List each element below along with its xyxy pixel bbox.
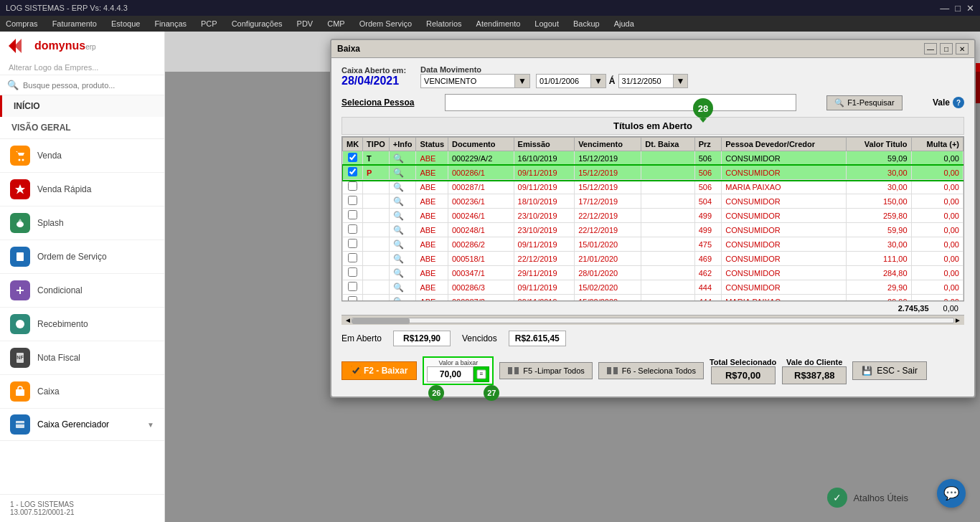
menu-compras[interactable]: Compras <box>3 18 41 29</box>
ordem-servico-icon <box>10 247 30 267</box>
sidebar-item-recebimento[interactable]: $ Recebimento <box>0 308 164 341</box>
menu-relatorios[interactable]: Relatorios <box>423 18 465 29</box>
f2-baixar-button[interactable]: F2 - Baixar <box>341 361 417 380</box>
close-btn[interactable]: ✕ <box>966 3 974 14</box>
menu-logout[interactable]: Logout <box>532 18 562 29</box>
f6-seleciona-button[interactable]: F6 - Seleciona Todos <box>598 362 704 379</box>
seleciona-pessoa-label: Seleciona Pessoa <box>341 98 414 108</box>
maximize-btn[interactable]: □ <box>955 3 961 14</box>
valor-baixar-input[interactable] <box>427 366 473 382</box>
sidebar-item-venda[interactable]: Venda <box>0 139 164 173</box>
em-aberto-vencidos-row: Em Aberto R$129,90 Vencidos R$2.615,45 <box>341 325 964 352</box>
modal-close-btn[interactable]: ✕ <box>956 43 969 54</box>
chat-bubble-button[interactable]: 💬 <box>937 479 966 508</box>
horizontal-scrollbar[interactable]: ◄ ► <box>341 315 964 325</box>
table-row[interactable]: 🔍 ABE 000518/1 22/12/2019 21/01/2020 469… <box>343 252 963 266</box>
menu-faturamento[interactable]: Faturamento <box>50 18 100 29</box>
esc-sair-button[interactable]: 💾 ESC - Sair <box>852 361 927 380</box>
col-status: Status <box>416 138 448 151</box>
seleciona-pessoa-input[interactable] <box>445 94 796 111</box>
movimento-type-input[interactable] <box>421 75 514 87</box>
menu-ajuda[interactable]: Ajuda <box>611 18 637 29</box>
date-from-input[interactable]: ▼ <box>536 74 606 88</box>
col-emissao: Emissão <box>514 138 575 151</box>
col-multa: Multa (+) <box>911 138 963 151</box>
sidebar-item-visao-geral[interactable]: VISÃO GERAL <box>0 117 164 139</box>
calculator-icon: ≡ <box>476 369 486 379</box>
table-row[interactable]: 🔍 ABE 000248/1 23/10/2019 22/12/2019 499… <box>343 223 963 237</box>
sidebar-item-inicio[interactable]: INÍCIO <box>0 95 164 117</box>
table-row[interactable]: 🔍 ABE 000246/1 23/10/2019 22/12/2019 499… <box>343 209 963 223</box>
menu-cmp[interactable]: CMP <box>324 18 347 29</box>
table-row[interactable]: P 🔍 ABE 000286/1 09/11/2019 15/12/2019 5… <box>343 166 963 180</box>
scroll-track[interactable] <box>352 318 954 323</box>
menu-ordem-servico[interactable]: Ordem Serviço <box>357 18 415 29</box>
f5-limpar-button[interactable]: F5 -Limpar Todos <box>499 362 592 379</box>
f1-pesquisar-button[interactable]: 🔍 F1-Pesquisar <box>826 95 902 110</box>
table-row[interactable]: T 🔍 ABE 000229/A/2 16/10/2019 15/12/2019… <box>343 151 963 166</box>
valor-baixar-icon[interactable]: ≡ <box>473 366 489 382</box>
vale-cliente-group: Vale do Cliente R$387,88 <box>782 358 847 384</box>
menu-atendimento[interactable]: Atendimento <box>473 18 524 29</box>
venda-icon <box>10 146 30 166</box>
condicional-icon <box>10 280 30 300</box>
table-row[interactable]: 🔍 ABE 000286/2 09/11/2019 15/01/2020 475… <box>343 237 963 252</box>
row-info[interactable]: 🔍 <box>389 166 416 180</box>
window-controls: — □ ✕ <box>940 3 974 14</box>
vale-cliente-value: R$387,88 <box>782 366 847 384</box>
content-area: Nova Tela Inicial! Voltar para Antiga...… <box>165 32 980 522</box>
menu-backup[interactable]: Backup <box>570 18 603 29</box>
row-mk[interactable] <box>343 151 363 166</box>
date-to-input[interactable]: ▼ <box>618 74 689 88</box>
logo-area: domynuserp <box>0 32 164 60</box>
table-row[interactable]: 🔍 ABE 000286/3 09/11/2019 15/02/2020 444… <box>343 280 963 295</box>
modal-maximize-btn[interactable]: □ <box>940 43 953 54</box>
row-doc: 000229/A/2 <box>448 151 514 166</box>
table-row[interactable]: 🔍 ABE 000347/1 29/11/2019 28/01/2020 462… <box>343 266 963 280</box>
sidebar-item-venda-rapida[interactable]: Venda Rápida <box>0 173 164 207</box>
modal-minimize-btn[interactable]: — <box>924 43 937 54</box>
f6-icon <box>606 366 618 375</box>
menu-pdv[interactable]: PDV <box>294 18 316 29</box>
scroll-thumb[interactable] <box>352 318 410 324</box>
caixa-info-row: Caixa Aberto em: 28/04/2021 Data Movimen… <box>341 65 964 88</box>
row-pessoa: CONSUMIDOR <box>722 166 847 180</box>
menu-estoque[interactable]: Estoque <box>108 18 143 29</box>
app-title: LOG SISTEMAS - ERP Vs: 4.4.4.3 <box>6 4 128 12</box>
menu-pcp[interactable]: PCP <box>198 18 220 29</box>
valor-baixar-label: Valor a baixar <box>438 359 478 366</box>
table-row[interactable]: 🔍 ABE 000287/1 09/11/2019 15/12/2019 506… <box>343 180 963 194</box>
menu-configuracoes[interactable]: Configurações <box>229 18 286 29</box>
badge-28-container: 28 <box>693 98 713 118</box>
menu-bar: Compras Faturamento Estoque Finanças PCP… <box>0 16 980 32</box>
sidebar-item-caixa-gerenciador[interactable]: Caixa Gerenciador ▼ <box>0 409 164 441</box>
sidebar-item-splash[interactable]: Splash <box>0 207 164 240</box>
table-row[interactable]: 🔍 ABE 000287/3 09/11/2019 15/02/2020 444… <box>343 295 963 302</box>
scroll-left-arrow[interactable]: ◄ <box>344 316 352 324</box>
search-bar: 🔍 <box>0 75 164 95</box>
sidebar-item-ordem-servico[interactable]: Ordem de Serviço <box>0 240 164 274</box>
sidebar-item-caixa[interactable]: Caixa <box>0 375 164 409</box>
vale-help-icon[interactable]: ? <box>953 97 964 108</box>
scroll-right-arrow[interactable]: ► <box>954 316 961 324</box>
row-mk[interactable] <box>343 166 363 180</box>
search-input[interactable] <box>23 81 157 90</box>
menu-financas[interactable]: Finanças <box>151 18 189 29</box>
row-vencimento: 15/12/2019 <box>575 166 641 180</box>
search-icon: 🔍 <box>7 80 19 90</box>
em-aberto-label: Em Aberto <box>341 333 382 343</box>
row-valor: 30,00 <box>847 166 912 180</box>
f2-checkbox[interactable] <box>351 366 361 376</box>
table-row[interactable]: 🔍 ABE 000236/1 18/10/2019 17/12/2019 504… <box>343 194 963 209</box>
movimento-type-dropdown[interactable]: ▼ <box>420 74 530 88</box>
row-info[interactable]: 🔍 <box>389 151 416 166</box>
movimento-type-arrow[interactable]: ▼ <box>514 75 529 87</box>
splash-icon <box>10 213 30 233</box>
date-range-group: ▼ Á ▼ <box>536 74 688 88</box>
cg-left: Caixa Gerenciador <box>10 414 109 435</box>
sidebar-item-nota-fiscal[interactable]: NF Nota Fiscal <box>0 341 164 375</box>
sidebar-item-condicional[interactable]: Condicional <box>0 274 164 308</box>
minimize-btn[interactable]: — <box>940 3 949 14</box>
col-mk: MK <box>343 138 363 151</box>
titulos-table-container[interactable]: MK TIPO +Info Status Documento Emissão V… <box>341 136 964 301</box>
